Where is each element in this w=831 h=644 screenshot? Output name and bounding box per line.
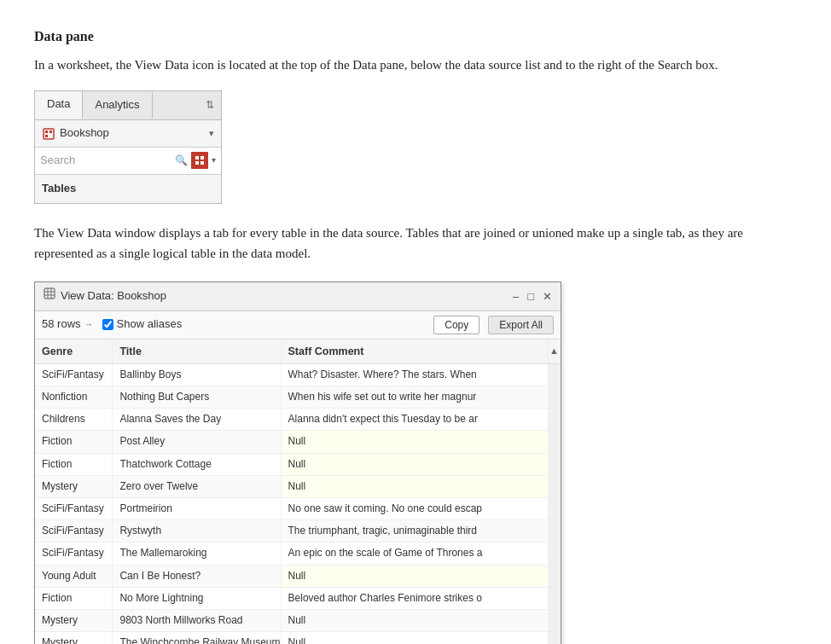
cell-title: No More Lightning [113, 587, 281, 609]
svg-rect-5 [200, 156, 204, 160]
table-wrapper: Genre Title Staff Comment ▲ SciFi/Fantas… [35, 339, 561, 644]
cell-title: The Winchcombe Railway Museum Heist [113, 632, 281, 644]
table-row: Young AdultCan I Be Honest?Null [35, 565, 561, 587]
tables-label: Tables [35, 175, 221, 203]
search-placeholder[interactable]: Search [40, 152, 171, 170]
cell-title: Zero over Twelve [113, 475, 281, 497]
source-dropdown-arrow[interactable]: ▾ [209, 126, 214, 142]
cell-genre: SciFi/Fantasy [35, 520, 113, 542]
scroll-cell [548, 587, 560, 609]
sort-icon[interactable]: ⇅ [199, 94, 221, 117]
rows-indicator: 58 rows → [42, 316, 94, 334]
cell-title: 9803 North Millworks Road [113, 609, 281, 631]
section-title: Data pane [34, 26, 797, 48]
svg-rect-1 [45, 131, 48, 133]
scroll-cell [548, 431, 560, 453]
data-pane-tab-bar: Data Analytics ⇅ [35, 91, 221, 120]
cell-staff-comment: Null [281, 431, 548, 453]
cell-genre: SciFi/Fantasy [35, 497, 113, 519]
cell-title: Can I Be Honest? [113, 565, 281, 587]
svg-rect-2 [49, 131, 52, 133]
table-body: SciFi/FantasyBallinby BoysWhat? Disaster… [35, 363, 561, 644]
close-button[interactable]: ✕ [543, 291, 552, 302]
rows-label: 58 rows [42, 316, 81, 334]
second-paragraph: The View Data window displays a tab for … [34, 223, 797, 265]
minimize-button[interactable]: – [513, 291, 519, 302]
table-row: SciFi/FantasyRystwythThe triumphant, tra… [35, 520, 561, 542]
window-title-bar: View Data: Bookshop – □ ✕ [35, 282, 561, 311]
table-row: SciFi/FantasyPortmeirionNo one saw it co… [35, 497, 561, 519]
cell-genre: Fiction [35, 587, 113, 609]
cell-staff-comment: Null [281, 475, 548, 497]
cell-title: Thatchwork Cottage [113, 453, 281, 475]
scroll-cell [548, 497, 560, 519]
svg-rect-0 [44, 129, 54, 139]
window-controls: – □ ✕ [513, 291, 552, 302]
table-row: ChildrensAlanna Saves the DayAlanna didn… [35, 409, 561, 431]
tab-analytics[interactable]: Analytics [83, 92, 152, 119]
export-all-button[interactable]: Export All [488, 316, 554, 334]
scroll-cell [548, 386, 560, 409]
scroll-cell [548, 363, 560, 386]
table-row: SciFi/FantasyThe MallemarokingAn epic on… [35, 542, 561, 565]
svg-rect-4 [195, 156, 199, 160]
table-row: FictionNo More LightningBeloved author C… [35, 587, 561, 609]
intro-paragraph: In a worksheet, the View Data icon is lo… [34, 55, 797, 76]
scroll-cell [548, 609, 560, 631]
scroll-cell [548, 542, 560, 565]
data-table: Genre Title Staff Comment ▲ SciFi/Fantas… [35, 339, 561, 644]
rows-arrow-icon: → [84, 317, 94, 333]
scroll-cell [548, 632, 560, 644]
table-row: NonfictionNothing But CapersWhen his wif… [35, 386, 561, 409]
cell-title: Nothing But Capers [113, 386, 281, 409]
maximize-button[interactable]: □ [527, 291, 534, 302]
cell-genre: Fiction [35, 431, 113, 453]
col-header-genre: Genre [35, 339, 113, 364]
cell-genre: Nonfiction [35, 386, 113, 409]
cell-staff-comment: When his wife set out to write her magnu… [281, 386, 548, 409]
view-data-icon-button[interactable] [191, 152, 208, 169]
cell-title: Rystwyth [113, 520, 281, 542]
scroll-cell [548, 453, 560, 475]
data-source-name: Bookshop [60, 125, 209, 142]
svg-rect-3 [45, 135, 48, 137]
table-row: MysteryThe Winchcombe Railway Museum Hei… [35, 632, 561, 644]
col-header-title: Title [113, 339, 281, 364]
window-toolbar: 58 rows → Show aliases Copy Export All [35, 311, 561, 339]
svg-rect-6 [195, 161, 199, 165]
svg-rect-7 [200, 161, 204, 165]
scroll-cell [548, 475, 560, 497]
cell-genre: Mystery [35, 475, 113, 497]
table-row: FictionThatchwork CottageNull [35, 453, 561, 475]
show-aliases-label: Show aliases [117, 316, 183, 334]
cell-title: Ballinby Boys [113, 363, 281, 386]
view-data-dropdown-arrow[interactable]: ▾ [212, 154, 216, 167]
cell-staff-comment: The triumphant, tragic, unimaginable thi… [281, 520, 548, 542]
tab-data[interactable]: Data [35, 91, 83, 119]
table-header-row: Genre Title Staff Comment ▲ [35, 339, 561, 364]
cell-genre: SciFi/Fantasy [35, 363, 113, 386]
cell-genre: Young Adult [35, 565, 113, 587]
cell-genre: Fiction [35, 453, 113, 475]
show-aliases-checkbox[interactable]: Show aliases [102, 316, 183, 334]
data-pane-widget: Data Analytics ⇅ Bookshop ▾ Search 🔍 ▾ [34, 90, 222, 203]
cell-staff-comment: Null [281, 632, 548, 644]
cell-genre: Mystery [35, 609, 113, 631]
table-icon [44, 287, 55, 305]
search-row: Search 🔍 ▾ [35, 148, 221, 175]
cell-staff-comment: Null [281, 609, 548, 631]
cell-title: Portmeirion [113, 497, 281, 519]
datasource-icon [42, 127, 55, 141]
data-source-row: Bookshop ▾ [35, 120, 221, 148]
scroll-cell [548, 565, 560, 587]
search-icon: 🔍 [175, 153, 188, 169]
scroll-cell [548, 520, 560, 542]
cell-staff-comment: What? Disaster. Where? The stars. When [281, 363, 548, 386]
copy-button[interactable]: Copy [433, 316, 479, 334]
cell-genre: Childrens [35, 409, 113, 431]
aliases-checkbox-input[interactable] [102, 319, 113, 330]
table-row: FictionPost AlleyNull [35, 431, 561, 453]
scroll-header: ▲ [548, 339, 560, 364]
cell-staff-comment: Alanna didn't expect this Tuesday to be … [281, 409, 548, 431]
scroll-cell [548, 409, 560, 431]
